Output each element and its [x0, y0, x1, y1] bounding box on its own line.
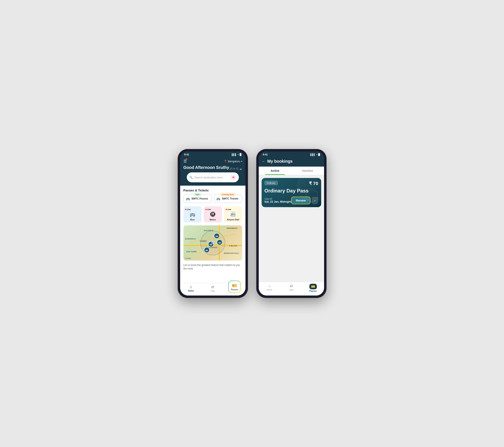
favorites-button[interactable]: ❤	[231, 174, 236, 180]
passes-nav-icon: 🎫	[232, 283, 237, 288]
nav2-trips[interactable]: ⇄ Trips	[280, 284, 302, 292]
valid-info: Valid till Sat, 22 Jan, Midnight	[265, 198, 291, 203]
menu-icon[interactable]: ☰	[183, 159, 187, 164]
location-selector[interactable]: 📍 Bengaluru ▾	[224, 160, 242, 163]
location-pin-icon: 📍	[224, 160, 227, 163]
home-bottom-nav: ⌂ Home ⇄ Trips 🎫 Passes	[180, 283, 246, 296]
map-label-danahalli: DANAHALLI	[185, 238, 196, 240]
time-display-1: 9:41	[184, 153, 189, 156]
map-label-kalyan: KALYAN N	[204, 229, 213, 232]
phone1-frame: 9:41 ▌▌▌ ≈ ▉ ☰ 📍 Bengaluru ▾	[178, 149, 248, 298]
status-icons-1: ▌▌▌ ≈ ▉	[232, 153, 241, 156]
status-bar-2: 9:41 ▌▌▌ ≈ ▉	[259, 151, 324, 157]
bookings-header: ← My bookings	[259, 157, 324, 167]
airport-rail-name: Airport Rail	[227, 218, 239, 221]
status-bar-1: 9:41 ▌▌▌ ≈ ▉	[180, 151, 246, 157]
tab-inactive[interactable]: Inactive	[291, 167, 324, 175]
valid-date: Sat, 22 Jan, Midnight	[265, 200, 291, 203]
bus-icon-tickets: 🚌	[216, 197, 220, 201]
passes-section-title: Passes & Tickets	[183, 188, 242, 192]
tab-active-label: Active	[270, 169, 279, 172]
weather-display: 27.4 °C ☁	[230, 167, 242, 170]
nav2-home[interactable]: ⌂ Home	[259, 284, 280, 292]
feedback-text: Let us know the greatest feature that ma…	[183, 263, 242, 270]
map-container[interactable]: KALYAN N KAMMA BANASWADI A BLOCK DANAHAL…	[183, 225, 242, 261]
notification-dot	[186, 158, 187, 160]
live-cards-grid: Live 🚌 Bus Live 🚇 Metro	[183, 206, 242, 223]
live-dot-bus	[185, 209, 186, 210]
ordinary-badge: Ordinary	[265, 181, 278, 185]
home-nav-label: Home	[188, 290, 194, 292]
price-tag: ₹ 70	[309, 181, 318, 186]
valid-label: Valid till	[265, 198, 291, 200]
home-nav2-label: Home	[267, 289, 272, 291]
home-nav2-icon: ⌂	[269, 284, 271, 288]
map-label-ablock: A BLOCK	[229, 245, 237, 247]
live-airport-card[interactable]: Live 🚈 Airport Rail	[224, 206, 242, 223]
live-airport-label-top: Live	[226, 208, 231, 210]
page-title: My bookings	[267, 159, 293, 164]
live-bus-text: Live	[187, 208, 191, 210]
home-body: Passes & Tickets New 🚌 BMTC Passes Comin…	[180, 186, 246, 283]
tab-inactive-label: Inactive	[302, 169, 313, 172]
nav-trips[interactable]: ⇄ Trips	[202, 285, 224, 293]
bookings-app-content: ← My bookings Active Inactive ⬡	[259, 157, 324, 296]
bmtc-passes-card[interactable]: New 🚌 BMTC Passes	[183, 194, 212, 203]
bookings-bottom-nav: ⌂ Home ⇄ Trips 🎫 Passes	[259, 282, 324, 296]
location-label: Bengaluru	[228, 160, 240, 163]
map-label-kamma: KAMMA	[200, 240, 207, 242]
battery-icon-1: ▉	[240, 153, 241, 156]
bus-transport-icon: 🚌	[190, 212, 195, 217]
live-metro-label-top: Live	[205, 208, 211, 210]
trips-nav-icon: ⇄	[211, 285, 214, 289]
greeting-row: Good Afternoon Sruthy 27.4 °C ☁	[183, 165, 242, 170]
tab-active[interactable]: Active	[259, 167, 291, 175]
passes-nav-label: Passes	[231, 288, 238, 291]
card-watermark: ⬡	[305, 186, 319, 205]
booking-card-ordinary[interactable]: ⬡ Ordinary ₹ 70 Ordinary Day Pass Valid …	[262, 178, 321, 207]
live-bus-label-top: Live	[185, 208, 191, 210]
passes-grid: New 🚌 BMTC Passes Coming Soon 🚌 BMTC Tic…	[183, 194, 242, 203]
trips-nav-label: Trips	[211, 290, 215, 292]
bmtc-tickets-card[interactable]: Coming Soon 🚌 BMTC Tickets	[214, 194, 242, 203]
home-app-content: ☰ 📍 Bengaluru ▾ Good Afternoon Sruthy 27…	[180, 157, 246, 296]
search-placeholder: Search destination here	[194, 176, 229, 179]
map-label-bennigana: BENNIGANA HALLI	[224, 252, 239, 254]
live-bus-card[interactable]: Live 🚌 Bus	[183, 206, 202, 223]
phone1-screen: 9:41 ▌▌▌ ≈ ▉ ☰ 📍 Bengaluru ▾	[180, 151, 246, 296]
home-nav-icon: ⌂	[190, 285, 192, 289]
back-row: ← My bookings	[262, 159, 321, 164]
time-display-2: 9:41	[263, 153, 268, 156]
search-icon: 🔍	[189, 176, 193, 179]
new-badge: New	[194, 193, 201, 196]
passes-nav2-label: Passes	[310, 290, 317, 292]
booking-card-top: Ordinary ₹ 70	[265, 181, 318, 186]
bus-name: Bus	[190, 218, 195, 221]
home-header: ☰ 📍 Bengaluru ▾ Good Afternoon Sruthy 27…	[180, 157, 246, 186]
live-metro-card[interactable]: Live 🚇 Metro	[204, 206, 222, 223]
signal-icon-1: ▌▌▌	[232, 153, 237, 156]
nav-home[interactable]: ⌂ Home	[180, 285, 202, 293]
user-location-dot	[212, 242, 214, 244]
chevron-down-icon: ▾	[241, 160, 242, 163]
search-bar[interactable]: 🔍 Search destination here ❤	[187, 172, 239, 182]
home-header-top: ☰ 📍 Bengaluru ▾	[183, 159, 242, 164]
signal-icon-2: ▌▌▌	[310, 153, 315, 156]
phone2-frame: 9:41 ▌▌▌ ≈ ▉ ← My bookings Active	[256, 149, 326, 298]
map-background: KALYAN N KAMMA BANASWADI A BLOCK DANAHAL…	[183, 225, 242, 261]
passes-nav-inner: 🎫 Passes	[228, 281, 241, 293]
metro-transport-icon: 🚇	[210, 212, 216, 217]
back-arrow-icon[interactable]: ←	[262, 160, 265, 163]
passes-active-nav2-icon: 🎫	[309, 284, 317, 289]
battery-icon-2: ▉	[318, 153, 320, 156]
metro-name: Metro	[210, 218, 216, 221]
trips-nav2-icon: ⇄	[290, 284, 293, 288]
coming-soon-badge: Coming Soon	[220, 193, 236, 196]
wifi-icon-2: ≈	[316, 153, 317, 156]
wifi-icon-1: ≈	[237, 153, 239, 156]
nav-passes[interactable]: 🎫 Passes	[224, 285, 245, 293]
nav2-passes[interactable]: 🎫 Passes	[302, 284, 324, 292]
map-label-horamavu: HORAMAVU	[226, 227, 237, 229]
bus-icon-passes: 🚌	[186, 197, 190, 201]
bmtc-passes-label: BMTC Passes	[192, 197, 208, 200]
